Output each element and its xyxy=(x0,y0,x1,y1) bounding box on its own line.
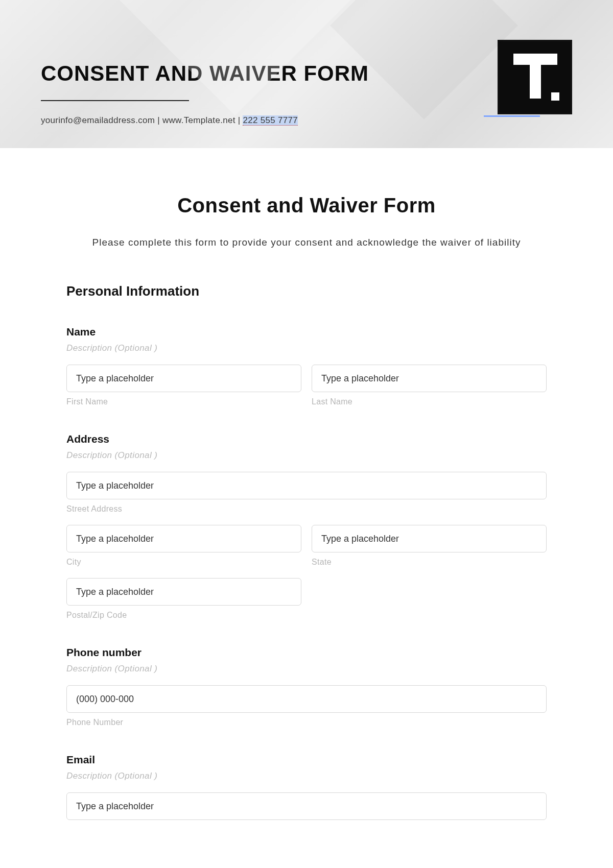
banner-sep2: | xyxy=(235,115,243,125)
phone-number-input[interactable] xyxy=(66,685,547,713)
first-name-sublabel: First Name xyxy=(66,397,301,406)
first-name-input[interactable] xyxy=(66,365,301,392)
state-sublabel: State xyxy=(312,558,547,567)
banner-rule xyxy=(41,100,189,101)
postal-code-input[interactable] xyxy=(66,578,301,606)
page-body: Consent and Waiver Form Please complete … xyxy=(0,148,613,840)
banner-website: www.Template.net xyxy=(162,115,235,125)
field-name: Name Description (Optional ) First Name … xyxy=(66,326,547,406)
email-desc: Description (Optional ) xyxy=(66,771,547,781)
brand-logo xyxy=(498,40,572,114)
name-desc: Description (Optional ) xyxy=(66,343,547,353)
email-label: Email xyxy=(66,754,547,766)
form-title: Consent and Waiver Form xyxy=(66,194,547,217)
street-address-input[interactable] xyxy=(66,472,547,499)
banner-contact: yourinfo@emailaddress.com | www.Template… xyxy=(41,115,572,126)
banner-header: CONSENT AND WAIVER FORM yourinfo@emailad… xyxy=(0,0,613,148)
field-email: Email Description (Optional ) xyxy=(66,754,547,820)
name-label: Name xyxy=(66,326,547,338)
banner-email: yourinfo@emailaddress.com xyxy=(41,115,155,125)
street-address-sublabel: Street Address xyxy=(66,504,547,514)
city-sublabel: City xyxy=(66,558,301,567)
section-personal-info: Personal Information xyxy=(66,283,547,299)
address-label: Address xyxy=(66,433,547,445)
form-subtitle: Please complete this form to provide you… xyxy=(66,233,547,252)
last-name-sublabel: Last Name xyxy=(312,397,547,406)
last-name-input[interactable] xyxy=(312,365,547,392)
field-phone: Phone number Description (Optional ) Pho… xyxy=(66,646,547,727)
address-desc: Description (Optional ) xyxy=(66,450,547,461)
field-address: Address Description (Optional ) Street A… xyxy=(66,433,547,620)
email-input[interactable] xyxy=(66,792,547,820)
state-input[interactable] xyxy=(312,525,547,552)
city-input[interactable] xyxy=(66,525,301,552)
phone-number-sublabel: Phone Number xyxy=(66,718,547,727)
banner-sep1: | xyxy=(155,115,162,125)
phone-label: Phone number xyxy=(66,646,547,659)
postal-code-sublabel: Postal/Zip Code xyxy=(66,611,301,620)
banner-title: CONSENT AND WAIVER FORM xyxy=(41,61,572,86)
banner-phone: 222 555 7777 xyxy=(243,115,298,126)
phone-desc: Description (Optional ) xyxy=(66,664,547,674)
